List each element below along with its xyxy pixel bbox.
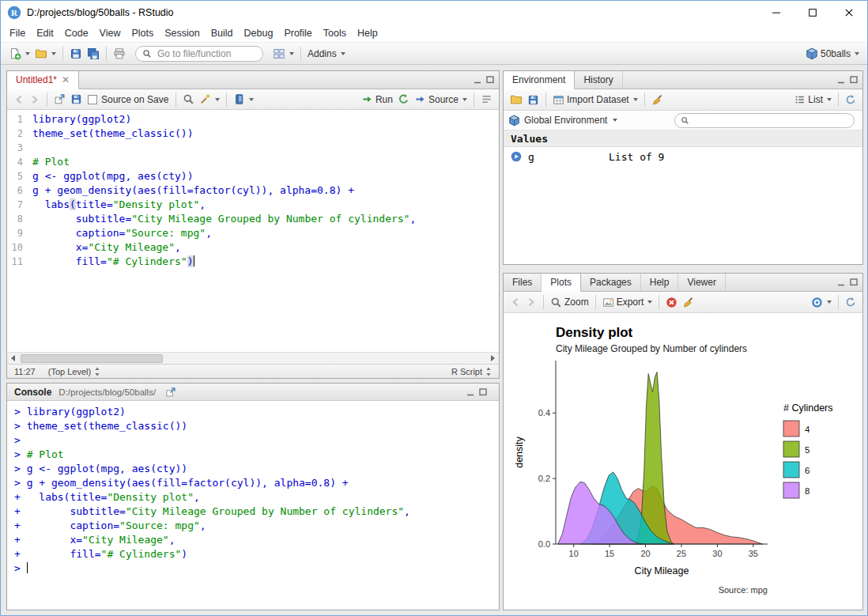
tab-help[interactable]: Help [641, 274, 679, 291]
menu-code[interactable]: Code [59, 26, 94, 40]
source-on-save-checkbox[interactable]: Source on Save [88, 94, 168, 105]
toolbar-separator [595, 295, 596, 309]
file-type-selector[interactable]: R Script [451, 366, 492, 377]
tab-plots-label: Plots [550, 277, 572, 288]
forward-arrow-icon [29, 94, 40, 105]
pane-minimize-icon[interactable] [836, 75, 846, 85]
toolbar-separator [543, 295, 544, 309]
refresh-plot-button[interactable] [843, 293, 859, 312]
load-workspace-button[interactable] [508, 90, 525, 109]
run-button[interactable]: Run [359, 90, 395, 109]
import-dataset-button[interactable]: Import Dataset [550, 90, 640, 109]
export-plot-button[interactable]: Export [600, 293, 655, 312]
environment-scope-label[interactable]: Global Environment [524, 115, 607, 126]
pane-minimize-icon[interactable] [836, 278, 846, 287]
toolbar-separator [47, 93, 47, 107]
new-file-button[interactable] [6, 44, 32, 63]
pane-layout-button[interactable] [270, 44, 296, 63]
scroll-left-icon[interactable] [7, 353, 19, 365]
expand-object-icon[interactable] [511, 151, 522, 162]
dropdown-caret [827, 300, 832, 304]
svg-text:0.2: 0.2 [538, 474, 550, 483]
find-replace-button[interactable] [180, 90, 197, 109]
pane-maximize-icon[interactable] [849, 278, 859, 287]
window-close-button[interactable] [831, 1, 867, 25]
goto-file-search[interactable] [135, 46, 263, 62]
dropdown-caret [647, 300, 652, 304]
refresh-environment-button[interactable] [843, 90, 859, 109]
environment-object-list: g List of 9 [504, 147, 862, 264]
remove-plot-icon [666, 297, 677, 308]
scope-selector[interactable]: (Top Level) [48, 366, 100, 377]
menu-debug[interactable]: Debug [239, 26, 279, 40]
save-source-button[interactable] [68, 90, 85, 109]
tab-plots[interactable]: Plots [542, 274, 581, 292]
print-button[interactable] [111, 44, 128, 63]
pane-minimize-icon[interactable] [466, 387, 475, 397]
menu-session[interactable]: Session [159, 26, 205, 40]
zoom-plot-button[interactable]: Zoom [548, 293, 591, 312]
file-type-label: R Script [451, 367, 482, 376]
code-editor[interactable]: 1library(ggplot2)2theme_set(theme_classi… [7, 110, 499, 352]
nav-back-button[interactable] [11, 90, 27, 109]
menu-build[interactable]: Build [206, 26, 239, 40]
pane-maximize-icon[interactable] [849, 75, 859, 85]
save-button[interactable] [67, 44, 85, 63]
tab-history[interactable]: History [575, 71, 622, 89]
addins-button[interactable]: Addins [305, 44, 348, 63]
clear-objects-button[interactable] [649, 90, 666, 109]
environment-object-row[interactable]: g List of 9 [504, 147, 862, 166]
menu-file[interactable]: File [4, 26, 31, 40]
document-outline-button[interactable] [478, 90, 495, 109]
dropdown-caret [249, 98, 254, 101]
pane-minimize-icon[interactable] [473, 75, 482, 85]
scrollbar-thumb[interactable] [21, 354, 163, 363]
source-button[interactable]: Source [412, 90, 470, 109]
tab-packages[interactable]: Packages [581, 274, 641, 291]
previous-plot-button[interactable] [508, 293, 523, 312]
project-button[interactable]: 50balls [803, 44, 862, 63]
tab-environment[interactable]: Environment [504, 71, 575, 89]
code-tools-button[interactable] [197, 90, 222, 109]
tab-files[interactable]: Files [504, 274, 542, 291]
console-popout-button[interactable] [163, 383, 179, 402]
menu-plots[interactable]: Plots [126, 26, 159, 40]
tab-viewer[interactable]: Viewer [678, 274, 725, 291]
pane-maximize-icon[interactable] [478, 387, 488, 397]
dropdown-caret [633, 98, 638, 101]
menu-help[interactable]: Help [352, 26, 383, 40]
editor-hscrollbar[interactable] [7, 352, 499, 364]
pane-maximize-icon[interactable] [485, 75, 495, 85]
menu-view[interactable]: View [94, 26, 126, 40]
environment-search[interactable] [674, 113, 855, 128]
clear-all-plots-button[interactable] [680, 293, 696, 312]
menu-tools[interactable]: Tools [318, 26, 352, 40]
addins-label: Addins [308, 48, 337, 59]
environment-view-button[interactable]: List [792, 90, 834, 109]
console-output[interactable]: > library(ggplot2)> theme_set(theme_clas… [7, 401, 499, 610]
tab-help-label: Help [650, 277, 670, 288]
tab-close-icon[interactable]: ✕ [62, 75, 70, 85]
window-minimize-button[interactable] [758, 1, 794, 25]
compile-report-button[interactable] [231, 90, 256, 109]
tab-untitled1[interactable]: Untitled1* ✕ [7, 71, 79, 89]
goto-file-input[interactable] [156, 47, 256, 60]
nav-forward-button[interactable] [27, 90, 43, 109]
environment-search-input[interactable] [693, 114, 848, 127]
open-file-button[interactable] [32, 44, 58, 63]
next-plot-button[interactable] [523, 293, 539, 312]
menu-edit[interactable]: Edit [31, 26, 59, 40]
tab-viewer-label: Viewer [687, 277, 715, 288]
show-in-new-window-button[interactable] [51, 90, 68, 109]
publish-plot-button[interactable] [809, 293, 834, 312]
rerun-button[interactable] [395, 90, 412, 109]
checkbox-icon [88, 95, 97, 104]
remove-plot-button[interactable] [663, 293, 680, 312]
save-workspace-button[interactable] [525, 90, 542, 109]
list-view-label: List [808, 94, 823, 105]
menu-profile[interactable]: Profile [278, 26, 317, 40]
svg-text:City Mileage Grouped by Number: City Mileage Grouped by Number of cylind… [556, 343, 747, 354]
scroll-right-icon[interactable] [487, 353, 499, 365]
save-all-button[interactable] [85, 44, 102, 63]
window-maximize-button[interactable] [794, 1, 831, 25]
